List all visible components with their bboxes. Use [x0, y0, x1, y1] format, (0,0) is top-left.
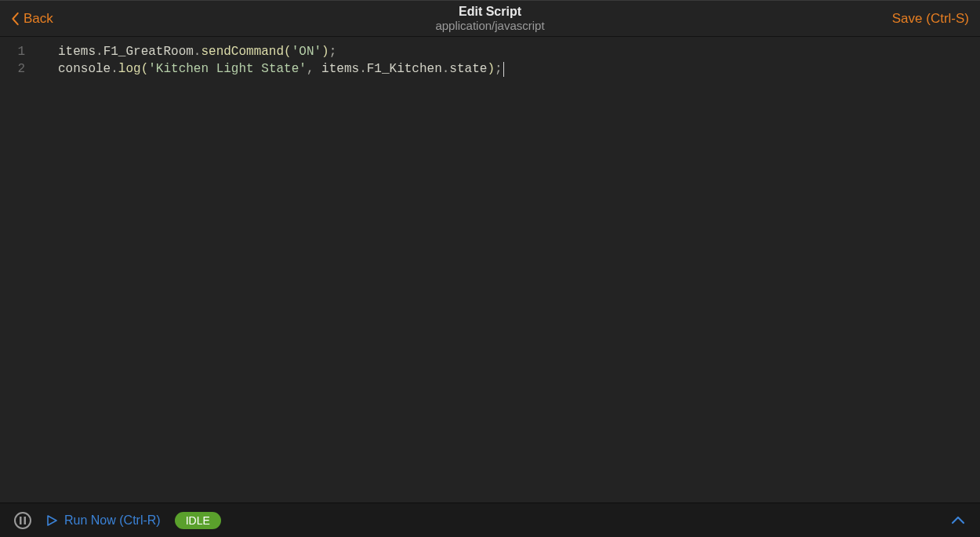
code-token: .: [111, 62, 118, 76]
code-token: (: [141, 62, 149, 76]
code-token: console: [58, 62, 111, 76]
line-number-gutter: 12: [0, 43, 39, 503]
code-token: state: [449, 62, 487, 76]
line-number: 2: [0, 60, 25, 78]
back-label: Back: [24, 11, 53, 27]
code-token: ): [321, 45, 329, 59]
code-token: 'ON': [292, 45, 321, 59]
code-token: ): [487, 62, 495, 76]
code-token: [314, 62, 322, 76]
code-line[interactable]: console.log('Kitchen Light State', items…: [39, 60, 980, 78]
chevron-up-icon: [950, 515, 966, 526]
play-icon: [45, 514, 58, 527]
editor-footer: Run Now (Ctrl-R) IDLE: [0, 503, 980, 537]
code-token: ;: [329, 45, 337, 59]
svg-rect-0: [20, 517, 22, 524]
code-token: sendCommand: [201, 45, 284, 59]
code-line[interactable]: items.F1_GreatRoom.sendCommand('ON');: [39, 43, 980, 60]
pause-button[interactable]: [14, 512, 31, 529]
code-token: .: [359, 62, 367, 76]
code-token: .: [96, 45, 103, 59]
back-button[interactable]: Back: [11, 11, 53, 27]
code-token: .: [194, 45, 201, 59]
run-label: Run Now (Ctrl-R): [64, 513, 161, 528]
save-button[interactable]: Save (Ctrl-S): [892, 11, 969, 27]
header-title-group: Edit Script application/javascript: [435, 4, 544, 33]
editor-header: Back Edit Script application/javascript …: [0, 0, 980, 37]
code-token: ,: [307, 62, 314, 76]
code-token: F1_GreatRoom: [103, 45, 194, 59]
page-subtitle: application/javascript: [435, 19, 544, 33]
chevron-left-icon: [11, 12, 20, 26]
code-editor[interactable]: 12 items.F1_GreatRoom.sendCommand('ON');…: [0, 37, 980, 503]
line-number: 1: [0, 43, 25, 60]
code-token: (: [284, 45, 292, 59]
svg-rect-1: [24, 517, 27, 524]
status-badge: IDLE: [175, 512, 221, 529]
code-content[interactable]: items.F1_GreatRoom.sendCommand('ON');con…: [39, 43, 980, 503]
code-token: ;: [495, 62, 503, 76]
code-token: items: [58, 45, 96, 59]
code-token: 'Kitchen Light State': [148, 62, 307, 76]
page-title: Edit Script: [435, 4, 544, 19]
expand-panel-button[interactable]: [950, 515, 966, 526]
text-cursor: [503, 62, 504, 77]
code-token: F1_Kitchen: [367, 62, 442, 76]
run-now-button[interactable]: Run Now (Ctrl-R): [45, 513, 161, 528]
pause-icon: [20, 517, 26, 524]
code-token: .: [442, 62, 450, 76]
code-token: log: [118, 62, 141, 76]
code-token: items: [321, 62, 359, 76]
